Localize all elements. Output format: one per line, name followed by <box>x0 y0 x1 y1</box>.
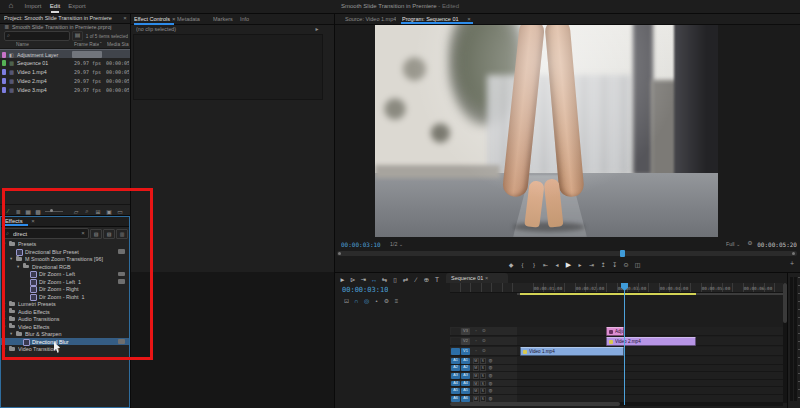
timeline-clip-v3[interactable]: Adjust <box>606 327 624 336</box>
playhead-line[interactable] <box>624 283 625 405</box>
meter-scale-ticks <box>798 277 800 401</box>
clip-label: Video 1.mp4 <box>529 349 623 355</box>
fx-badge-icon <box>523 350 528 355</box>
premiere-app-window: ⌂ ImportEditExport Smooth Slide Transiti… <box>0 0 800 408</box>
fx-badge-icon <box>609 330 614 335</box>
hscrollbar-thumb[interactable] <box>450 402 620 406</box>
timeline-clip-v2[interactable]: Video 2.mp4 <box>606 337 696 346</box>
meter-bar-left <box>790 277 793 401</box>
timeline-hscrollbar[interactable] <box>450 402 783 406</box>
audio-meters-panel <box>788 272 800 408</box>
clip-label: Video 2.mp4 <box>615 339 695 345</box>
clip-label: Adjust <box>615 329 623 335</box>
annotation-red-box <box>2 188 153 360</box>
meter-bar-right <box>794 277 797 401</box>
fx-badge-icon <box>609 340 614 345</box>
timeline-clip-v1[interactable]: Video 1.mp4 <box>520 347 624 356</box>
